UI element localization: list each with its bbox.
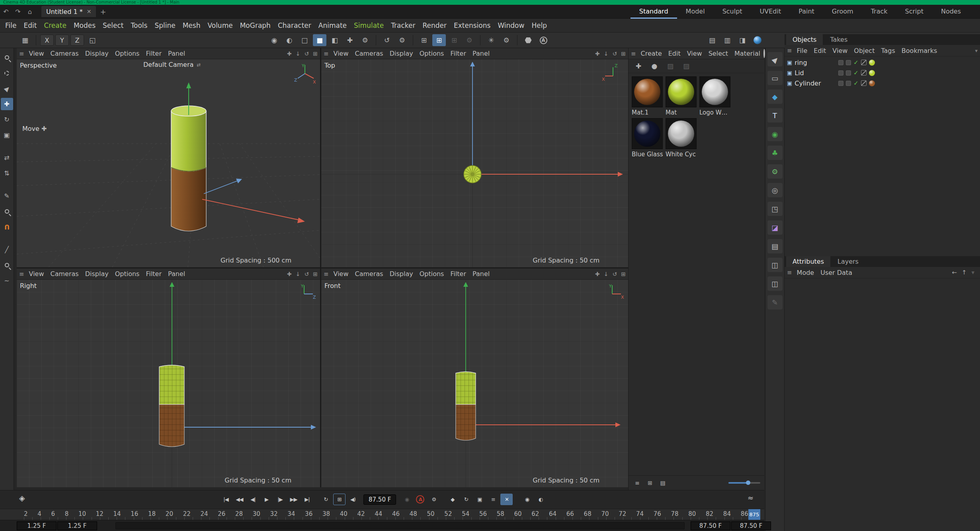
menu-simulate[interactable]: Simulate	[350, 21, 387, 29]
menu-character[interactable]: Character	[274, 21, 315, 29]
menu-create[interactable]: Create	[40, 21, 70, 29]
pan-view-icon[interactable]: ✚	[595, 51, 600, 57]
dolly-view-icon[interactable]: ↓	[296, 271, 301, 277]
loop-mode-icon[interactable]: ↻	[320, 494, 332, 505]
vp-menu-filter[interactable]: Filter	[143, 50, 165, 57]
rotate-view-icon[interactable]: ↺	[305, 271, 309, 277]
menu-volume[interactable]: Volume	[204, 21, 236, 29]
attribute-menu-user-data[interactable]: User Data	[817, 269, 855, 276]
lock-icon[interactable]: ▾	[971, 269, 974, 276]
panel-swap-icon-1[interactable]: ◫	[767, 258, 783, 272]
next-key-button[interactable]: ▶▶	[287, 494, 300, 505]
fcurve-icon[interactable]: ≈	[748, 494, 754, 502]
simulate-icon[interactable]: ◐	[283, 34, 296, 46]
simulation-settings-icon[interactable]: ⚙	[395, 34, 409, 46]
nav-back-icon[interactable]: ↶	[0, 6, 12, 17]
vp-menu-display[interactable]: Display	[82, 50, 112, 57]
axis-lock-y[interactable]: Y	[55, 35, 69, 46]
zoom-tool-icon[interactable]	[1, 205, 13, 218]
list-view-icon[interactable]: ≡	[633, 478, 642, 488]
cube-tool-icon[interactable]: ■	[313, 34, 326, 46]
layout-tab-paint[interactable]: Paint	[790, 5, 823, 19]
object-name[interactable]: Lid	[795, 69, 836, 77]
tab-objects[interactable]: Objects	[786, 34, 823, 45]
capsule-icon[interactable]: □	[298, 34, 311, 46]
viewport-menu-icon[interactable]: ≡	[324, 50, 329, 57]
menu-tools[interactable]: Tools	[127, 21, 151, 29]
goto-start-button[interactable]: |◀	[220, 494, 232, 505]
enable-axis-icon[interactable]: ◉	[767, 127, 783, 141]
rotate-view-icon[interactable]: ↺	[613, 271, 617, 277]
enabled-check-icon[interactable]: ✓	[853, 80, 859, 87]
viewport-perspective-canvas[interactable]: Perspective Default Camera ⇄ Move ✚ Y X …	[17, 59, 320, 267]
enabled-check-icon[interactable]: ✓	[853, 69, 859, 76]
axis-lock-x[interactable]: X	[40, 35, 54, 46]
vp-menu-display[interactable]: Display	[82, 270, 112, 278]
record-circle-icon[interactable]: ◉	[400, 494, 413, 505]
pencil-icon[interactable]: ✎	[767, 295, 783, 309]
slider-knob[interactable]	[746, 480, 750, 485]
panel-menu-icon[interactable]: ≡	[631, 50, 636, 57]
rotate-view-icon[interactable]: ↺	[613, 51, 617, 57]
maximize-viewport-icon[interactable]: ⊞	[621, 271, 626, 277]
vp-menu-panel[interactable]: Panel	[469, 50, 493, 57]
viewport-menu-icon[interactable]: ≡	[19, 50, 24, 57]
panel-swap-icon-2[interactable]: ◫	[767, 276, 783, 291]
key-position-icon[interactable]: ◆	[446, 494, 459, 505]
material-menu-material[interactable]: Material	[731, 50, 763, 57]
material-white-cyc[interactable]: White Cyc	[666, 118, 697, 158]
menu-mesh[interactable]: Mesh	[179, 21, 204, 29]
pan-view-icon[interactable]: ✚	[595, 271, 600, 277]
key-scale-icon[interactable]: ▣	[473, 494, 486, 505]
menu-tracker[interactable]: Tracker	[387, 21, 419, 29]
axis-lock-z[interactable]: Z	[70, 35, 84, 46]
range-start-field-1-25-f[interactable]: 1.25 F	[17, 521, 57, 530]
vp-menu-cameras[interactable]: Cameras	[352, 270, 387, 278]
detail-view-icon[interactable]: ▤	[658, 478, 668, 488]
maximize-viewport-icon[interactable]: ⊞	[313, 51, 318, 57]
render-view-icon[interactable]: ▤	[705, 34, 719, 46]
menu-select[interactable]: Select	[99, 21, 127, 29]
vp-menu-options[interactable]: Options	[416, 270, 447, 278]
grid-icon[interactable]: ⊞	[417, 34, 431, 46]
dolly-view-icon[interactable]: ↓	[296, 51, 301, 57]
viewport-top[interactable]: ≡ ViewCamerasDisplayOptionsFilterPanel ✚…	[321, 48, 628, 267]
layout-tab-script[interactable]: Script	[896, 5, 932, 19]
autokey-icon[interactable]: A	[414, 494, 426, 505]
pointer-icon[interactable]: ▶	[1, 82, 13, 95]
material-sphere-icon[interactable]: ●	[648, 60, 661, 72]
layout-tab-model[interactable]: Model	[677, 5, 714, 19]
document-tab[interactable]: Untitled 1 * ✕	[41, 6, 96, 17]
vp-menu-display[interactable]: Display	[387, 270, 416, 278]
vp-menu-view[interactable]: View	[330, 50, 352, 57]
home-icon[interactable]: ⌂	[24, 6, 36, 17]
vp-menu-cameras[interactable]: Cameras	[352, 50, 387, 57]
material-menu-create[interactable]: Create	[638, 50, 665, 57]
snap-grid-icon[interactable]: ⊞	[432, 34, 446, 46]
range-scrollbar[interactable]	[115, 522, 685, 529]
menu-animate[interactable]: Animate	[315, 21, 350, 29]
layout-tab-standard[interactable]: Standard	[631, 5, 677, 19]
rings-mode-icon[interactable]: ◎	[767, 183, 783, 197]
material-mat[interactable]: Mat	[666, 76, 697, 116]
object-row-ring[interactable]: ▣ring✓	[785, 57, 980, 68]
knife-tool-icon[interactable]: ╱	[1, 243, 13, 256]
object-row-cylinder[interactable]: ▣Cylinder✓	[785, 78, 980, 88]
menu-file[interactable]: File	[2, 21, 20, 29]
panel-menu-icon[interactable]: ≡	[787, 269, 792, 276]
snap-gear-icon[interactable]: ⚙	[767, 164, 783, 179]
viewport-menu-icon[interactable]: ≡	[19, 270, 24, 278]
enabled-check-icon[interactable]: ✓	[853, 59, 859, 66]
object-name[interactable]: Cylinder	[795, 80, 836, 87]
spline-tool-icon[interactable]: ~	[1, 274, 13, 287]
vp-menu-cameras[interactable]: Cameras	[47, 50, 82, 57]
solo-icon[interactable]: ◉	[521, 494, 533, 505]
render-visibility-dot[interactable]	[846, 81, 851, 86]
texture-mode-icon[interactable]: T	[767, 108, 783, 123]
model-mode-icon[interactable]: ◆	[767, 89, 783, 104]
maximize-viewport-icon[interactable]: ⊞	[621, 51, 626, 57]
viewport-top-canvas[interactable]: Top Z X Grid Spacing : 50 cm	[321, 59, 628, 267]
axis-tool-icon[interactable]: ✚	[343, 34, 357, 46]
search-tool-icon[interactable]	[1, 51, 13, 64]
vp-menu-options[interactable]: Options	[112, 270, 143, 278]
